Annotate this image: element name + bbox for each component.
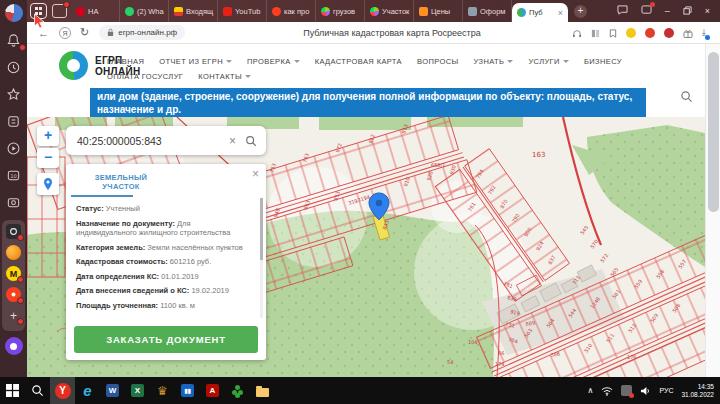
nav-item[interactable]: ВОПРОСЫ [417, 57, 459, 66]
collections-icon[interactable] [5, 112, 23, 130]
profile-avatar[interactable] [5, 4, 23, 22]
new-panel-icon[interactable] [52, 4, 67, 18]
camera-app-icon[interactable] [6, 224, 21, 239]
browser-tab[interactable]: YouTub [218, 0, 267, 22]
zoom-in-button[interactable]: + [37, 126, 59, 146]
browser-tab[interactable]: Цены [414, 0, 463, 22]
avito-favicon [321, 7, 330, 16]
mail-favicon [174, 7, 183, 16]
taskbar-clover-app[interactable] [225, 377, 250, 404]
alerts-icon[interactable] [641, 5, 652, 17]
minimize-button[interactable]: – [665, 6, 670, 16]
taskbar-crown-app[interactable]: ♛ [150, 377, 175, 404]
refresh-icon[interactable]: ↻ [80, 26, 89, 39]
nav-item[interactable]: КАДАСТРОВАЯ КАРТА [315, 57, 402, 66]
taskbar-word[interactable]: W [100, 377, 125, 404]
mail-app-icon[interactable] [6, 245, 21, 260]
taskbar-acrobat[interactable]: A [200, 377, 225, 404]
browser-tab[interactable]: НА [71, 0, 120, 22]
new-tab-button[interactable]: + [574, 5, 587, 18]
tab-close-icon[interactable]: × [558, 8, 563, 18]
headset-icon[interactable] [572, 24, 582, 42]
bookmarks-star-icon[interactable] [5, 85, 23, 103]
notifications-bell-icon[interactable] [5, 31, 23, 49]
tab-strip: НА(2) WhaВходящYouTubкак прогрузовУчасто… [71, 0, 568, 22]
tray-expand-icon[interactable]: ∧ [588, 386, 594, 395]
extension-darkred-icon[interactable] [664, 28, 674, 38]
close-window-button[interactable]: × [705, 6, 710, 16]
page-scrollbar[interactable] [705, 44, 720, 377]
extension-red-icon[interactable] [645, 28, 655, 38]
bookmark-flag-icon[interactable] [609, 24, 617, 42]
nav-item-label: ГЛАВНАЯ [107, 57, 144, 66]
nav-item[interactable]: УЗНАТЬ [474, 57, 514, 66]
maps-pin-app-icon[interactable] [6, 287, 21, 302]
browser-tab[interactable]: грузов [316, 0, 365, 22]
network-icon[interactable] [601, 382, 613, 400]
nav-item[interactable]: ОТЧЕТ ИЗ ЕГРН [159, 57, 232, 66]
nav-item-label: ОПЛАТА ГОСУСЛУГ [107, 72, 183, 81]
tab-label: НА [88, 7, 98, 16]
nav-item[interactable]: КОНТАКТЫ [198, 72, 251, 81]
tableau-home-button[interactable] [30, 3, 47, 19]
nav-item[interactable]: ОПЛАТА ГОСУСЛУГ [107, 72, 183, 81]
locate-button[interactable] [37, 173, 59, 195]
extension-yellow-icon[interactable] [626, 28, 636, 38]
clear-search-icon[interactable]: × [229, 134, 236, 148]
parcel-label: 66 [498, 350, 504, 356]
browser-tab[interactable]: Оформ [463, 0, 512, 22]
taskbar-yandex-browser[interactable]: Y [50, 377, 75, 404]
panel-scrollbar[interactable] [260, 198, 263, 318]
add-app-plus-icon[interactable]: + [6, 308, 21, 323]
tab-label: (2) Wha [137, 7, 164, 16]
parcel-label: 163 [532, 151, 545, 159]
reader-icon[interactable] [591, 24, 600, 42]
start-button[interactable] [0, 377, 25, 404]
taskbar-search-icon[interactable] [25, 377, 50, 404]
site-search-icon[interactable] [680, 89, 693, 107]
nav-item[interactable]: ГЛАВНАЯ [107, 57, 144, 66]
pinned-apps-group: M + [2, 220, 25, 331]
alice-assistant-icon[interactable] [5, 337, 23, 355]
screenshot-icon[interactable] [5, 193, 23, 211]
taskbar-excel[interactable]: X [125, 377, 150, 404]
panel-close-icon[interactable]: × [252, 167, 259, 181]
zoom-out-button[interactable]: − [37, 148, 59, 168]
taskbar-file-explorer[interactable] [250, 377, 275, 404]
browser-tab[interactable]: Входящ [169, 0, 218, 22]
nav-item[interactable]: БИЗНЕСУ [584, 57, 622, 66]
taskbar-2gis[interactable]: ▮▮ [175, 377, 200, 404]
language-indicator[interactable]: РУС [659, 387, 673, 394]
metro-app-icon[interactable]: M [6, 266, 21, 281]
taskbar-internet-explorer[interactable]: e [75, 377, 100, 404]
browser-tab[interactable]: Участок [365, 0, 414, 22]
history-clock-icon[interactable] [5, 58, 23, 76]
nav-item[interactable]: ПРОВЕРКА [247, 57, 300, 66]
browser-tab[interactable]: как про [267, 0, 316, 22]
back-icon[interactable]: ← [38, 27, 49, 39]
browser-tab-bar: НА(2) WhaВходящYouTubкак прогрузовУчасто… [27, 0, 720, 22]
video-play-icon[interactable] [5, 139, 23, 157]
tray-app-icon[interactable] [621, 385, 632, 396]
order-document-button[interactable]: ЗАКАЗАТЬ ДОКУМЕНТ [74, 326, 258, 353]
yandex-services-icon[interactable]: Я [59, 27, 71, 39]
nav-item[interactable]: УСЛУГИ [528, 57, 568, 66]
cadastral-map[interactable]: 163892912922751753763972812813658/191491… [27, 117, 705, 377]
volume-icon[interactable] [640, 382, 651, 400]
tab-counter-icon[interactable]: 10 [5, 166, 23, 184]
url-field[interactable]: егрп-онлайн.рф [99, 25, 185, 40]
parcel-field: Назначение по документу: Для индивидуаль… [76, 219, 252, 238]
chevron-down-icon [563, 60, 569, 63]
chat-icon[interactable] [617, 5, 628, 17]
download-icon[interactable]: ⤓ [702, 27, 706, 38]
restore-button[interactable] [683, 6, 692, 17]
browser-tab[interactable]: Пуб× [512, 3, 568, 22]
chevron-down-icon [226, 60, 232, 63]
map-search-value[interactable]: 40:25:000005:843 [66, 135, 229, 147]
gift-icon[interactable] [683, 24, 693, 42]
search-icon[interactable] [245, 135, 257, 147]
browser-tab[interactable]: (2) Wha [120, 0, 169, 22]
taskbar-clock[interactable]: 14:35 31.08.2022 [681, 383, 714, 399]
map-search-box[interactable]: 40:25:000005:843 × [66, 126, 266, 155]
panel-tab-land-parcel[interactable]: ЗЕМЕЛЬНЫЙ УЧАСТОК [81, 173, 161, 191]
